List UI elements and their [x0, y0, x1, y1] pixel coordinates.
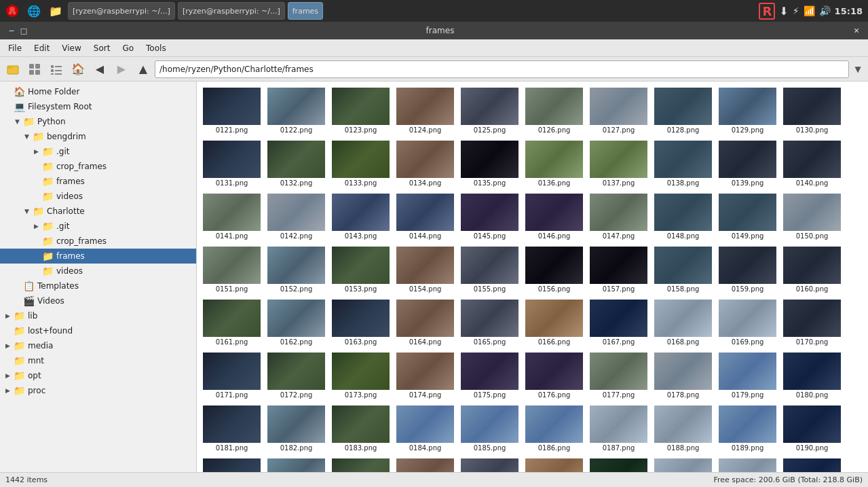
file-item[interactable]: 0199.png: [715, 455, 780, 472]
file-item[interactable]: 0152.png: [264, 243, 328, 296]
sidebar-item-python[interactable]: ▼📁Python: [0, 114, 196, 129]
frames-button[interactable]: frames: [288, 2, 323, 20]
file-item[interactable]: 0151.png: [200, 243, 264, 296]
file-item[interactable]: 0154.png: [393, 243, 457, 296]
file-item[interactable]: 0178.png: [651, 349, 715, 402]
file-item[interactable]: 0197.png: [586, 455, 651, 472]
sidebar-item--git[interactable]: ▶📁.git: [0, 144, 196, 159]
file-item[interactable]: 0198.png: [651, 455, 715, 472]
file-item[interactable]: 0181.png: [200, 402, 264, 455]
file-item[interactable]: 0165.png: [457, 296, 522, 349]
file-item[interactable]: 0135.png: [457, 137, 522, 190]
file-item[interactable]: 0196.png: [522, 455, 586, 472]
file-item[interactable]: 0185.png: [457, 402, 522, 455]
sidebar-item-frames[interactable]: 📁frames: [0, 174, 196, 189]
file-item[interactable]: 0148.png: [651, 190, 715, 243]
file-item[interactable]: 0131.png: [200, 137, 264, 190]
file-item[interactable]: 0166.png: [522, 296, 586, 349]
sidebar-item-crop-frames[interactable]: 📁crop_frames: [0, 159, 196, 174]
file-item[interactable]: 0150.png: [780, 190, 844, 243]
file-item[interactable]: 0130.png: [780, 84, 844, 137]
file-item[interactable]: 0193.png: [328, 455, 393, 472]
file-item[interactable]: 0125.png: [457, 84, 522, 137]
file-item[interactable]: 0153.png: [328, 243, 393, 296]
file-item[interactable]: 0189.png: [715, 402, 780, 455]
file-item[interactable]: 0147.png: [586, 190, 651, 243]
up-button[interactable]: ▲: [133, 60, 153, 79]
minimize-button[interactable]: ─: [5, 24, 18, 37]
menu-edit[interactable]: Edit: [29, 42, 55, 54]
file-item[interactable]: 0191.png: [200, 455, 264, 472]
sidebar-item-crop-frames[interactable]: 📁crop_frames: [0, 234, 196, 249]
file-item[interactable]: 0160.png: [780, 243, 844, 296]
menu-go[interactable]: Go: [117, 42, 139, 54]
file-item[interactable]: 0171.png: [200, 349, 264, 402]
file-item[interactable]: 0142.png: [264, 190, 328, 243]
file-item[interactable]: 0139.png: [715, 137, 780, 190]
file-item[interactable]: 0170.png: [780, 296, 844, 349]
file-item[interactable]: 0144.png: [393, 190, 457, 243]
file-item[interactable]: 0175.png: [457, 349, 522, 402]
address-dropdown[interactable]: ▼: [850, 60, 865, 78]
sidebar-item-charlotte[interactable]: ▼📁Charlotte: [0, 204, 196, 219]
sidebar-item--git[interactable]: ▶📁.git: [0, 219, 196, 234]
file-item[interactable]: 0167.png: [586, 296, 651, 349]
file-item[interactable]: 0173.png: [328, 349, 393, 402]
file-item[interactable]: 0149.png: [715, 190, 780, 243]
file-item[interactable]: 0128.png: [651, 84, 715, 137]
sidebar-item-opt[interactable]: ▶📁opt: [0, 368, 196, 383]
file-item[interactable]: 0169.png: [715, 296, 780, 349]
file-item[interactable]: 0200.png: [780, 455, 844, 472]
file-item[interactable]: 0133.png: [328, 137, 393, 190]
file-item[interactable]: 0192.png: [264, 455, 328, 472]
new-folder-button[interactable]: [3, 60, 23, 79]
file-item[interactable]: 0124.png: [393, 84, 457, 137]
volume-icon[interactable]: 🔊: [819, 5, 831, 16]
sidebar-item-frames[interactable]: 📁frames: [0, 249, 196, 264]
file-item[interactable]: 0179.png: [715, 349, 780, 402]
sidebar-item-videos[interactable]: 📁videos: [0, 264, 196, 278]
menu-sort[interactable]: Sort: [88, 42, 116, 54]
sidebar-item-lib[interactable]: ▶📁lib: [0, 308, 196, 323]
sidebar-item-videos[interactable]: 📁videos: [0, 189, 196, 204]
sidebar-item-proc[interactable]: ▶📁proc: [0, 383, 196, 398]
r-icon[interactable]: R: [759, 3, 775, 20]
terminal1-button[interactable]: [ryzen@raspberrypi: ~/...]: [68, 2, 175, 20]
network-icon[interactable]: 📶: [804, 5, 815, 16]
file-item[interactable]: 0195.png: [457, 455, 522, 472]
file-item[interactable]: 0172.png: [264, 349, 328, 402]
file-item[interactable]: 0138.png: [651, 137, 715, 190]
file-item[interactable]: 0121.png: [200, 84, 264, 137]
file-item[interactable]: 0164.png: [393, 296, 457, 349]
forward-button[interactable]: ▶: [111, 60, 132, 79]
file-item[interactable]: 0127.png: [586, 84, 651, 137]
file-item[interactable]: 0184.png: [393, 402, 457, 455]
file-grid[interactable]: 0121.png0122.png0123.png0124.png0125.png…: [197, 82, 868, 472]
file-item[interactable]: 0123.png: [328, 84, 393, 137]
file-item[interactable]: 0159.png: [715, 243, 780, 296]
file-item[interactable]: 0168.png: [651, 296, 715, 349]
browser-icon[interactable]: 🌐: [24, 1, 43, 20]
sidebar-item-lost-found[interactable]: 📁lost+found: [0, 323, 196, 338]
address-bar[interactable]: /home/ryzen/Python/Charlotte/frames: [155, 60, 849, 78]
file-item[interactable]: 0132.png: [264, 137, 328, 190]
close-button[interactable]: ✕: [850, 24, 863, 37]
file-item[interactable]: 0143.png: [328, 190, 393, 243]
menu-view[interactable]: View: [56, 42, 86, 54]
sidebar-item-templates[interactable]: 📋Templates: [0, 278, 196, 293]
maximize-button[interactable]: □: [18, 24, 30, 37]
file-item[interactable]: 0145.png: [457, 190, 522, 243]
file-item[interactable]: 0194.png: [393, 455, 457, 472]
file-item[interactable]: 0136.png: [522, 137, 586, 190]
file-item[interactable]: 0186.png: [522, 402, 586, 455]
sidebar-item-videos[interactable]: 🎬Videos: [0, 293, 196, 308]
file-item[interactable]: 0176.png: [522, 349, 586, 402]
file-item[interactable]: 0177.png: [586, 349, 651, 402]
home-button[interactable]: 🏠: [68, 60, 88, 79]
file-item[interactable]: 0161.png: [200, 296, 264, 349]
file-item[interactable]: 0157.png: [586, 243, 651, 296]
file-item[interactable]: 0187.png: [586, 402, 651, 455]
file-item[interactable]: 0180.png: [780, 349, 844, 402]
list-view-button[interactable]: [46, 60, 67, 79]
file-item[interactable]: 0188.png: [651, 402, 715, 455]
